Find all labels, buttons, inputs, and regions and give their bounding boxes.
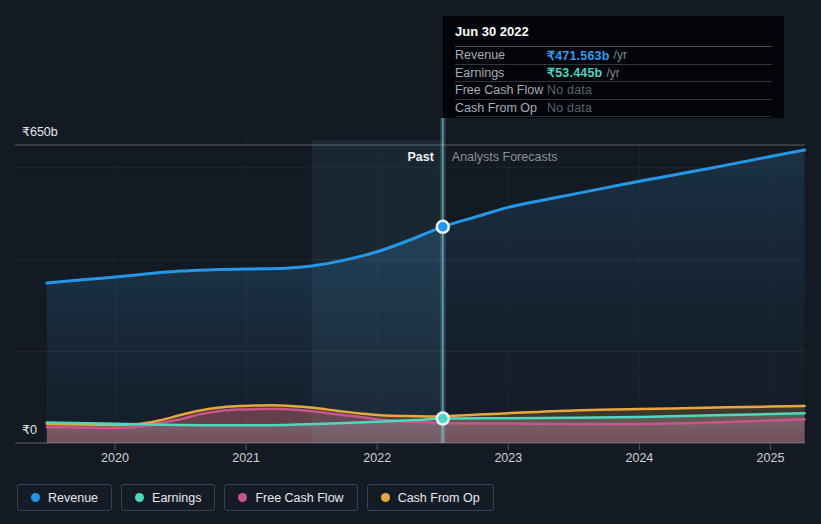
tooltip-row-cash-from-op: Cash From Op No data (455, 100, 772, 118)
tooltip-value: ₹53.445b (547, 65, 602, 80)
past-year-highlight-band (312, 140, 443, 443)
tooltip-label: Cash From Op (455, 101, 547, 115)
tooltip-date: Jun 30 2022 (455, 24, 772, 47)
x-axis-label: 2023 (494, 451, 522, 465)
chart-tooltip: Jun 30 2022 Revenue ₹471.563b /yr Earnin… (443, 16, 784, 118)
tooltip-unit: /yr (614, 48, 627, 62)
free-cash-flow-dot-icon (238, 493, 247, 502)
past-label: Past (407, 150, 434, 164)
x-axis-label: 2022 (363, 451, 391, 465)
legend-item-cash-from-op[interactable]: Cash From Op (367, 484, 494, 511)
revenue-area-forecast (443, 150, 805, 443)
earnings-dot-icon (135, 493, 144, 502)
legend-label: Revenue (48, 491, 98, 505)
chart-legend: Revenue Earnings Free Cash Flow Cash Fro… (17, 484, 494, 511)
tooltip-value: No data (547, 101, 592, 115)
tooltip-row-free-cash-flow: Free Cash Flow No data (455, 82, 772, 100)
tooltip-value: No data (547, 83, 592, 97)
legend-item-earnings[interactable]: Earnings (121, 484, 215, 511)
tooltip-label: Earnings (455, 66, 547, 80)
revenue-marker[interactable] (437, 221, 449, 233)
tooltip-value: ₹471.563b (547, 48, 610, 63)
x-axis-label: 2025 (757, 451, 785, 465)
legend-label: Free Cash Flow (255, 491, 343, 505)
tooltip-row-revenue: Revenue ₹471.563b /yr (455, 47, 772, 65)
tooltip-label: Revenue (455, 48, 547, 62)
earnings-marker[interactable] (437, 413, 449, 425)
earnings-revenue-growth-chart: ₹650b₹0PastAnalysts Forecasts20202021202… (0, 0, 821, 524)
x-axis-label: 2021 (232, 451, 260, 465)
x-axis-label: 2024 (625, 451, 653, 465)
tooltip-unit: /yr (606, 66, 619, 80)
legend-label: Cash From Op (398, 491, 480, 505)
y-axis-label: ₹0 (22, 423, 37, 437)
legend-item-free-cash-flow[interactable]: Free Cash Flow (224, 484, 357, 511)
x-axis-label: 2020 (101, 451, 129, 465)
revenue-dot-icon (31, 493, 40, 502)
tooltip-row-earnings: Earnings ₹53.445b /yr (455, 65, 772, 83)
tooltip-label: Free Cash Flow (455, 83, 547, 97)
analysts-forecasts-label: Analysts Forecasts (452, 150, 558, 164)
legend-label: Earnings (152, 491, 201, 505)
legend-item-revenue[interactable]: Revenue (17, 484, 112, 511)
y-axis-label: ₹650b (22, 125, 58, 139)
cash-from-op-dot-icon (381, 493, 390, 502)
